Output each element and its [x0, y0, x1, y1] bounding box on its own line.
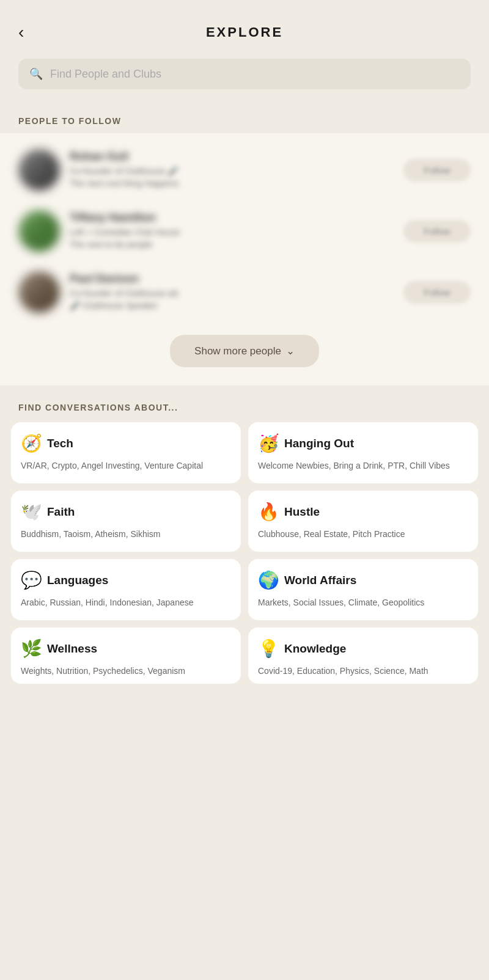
topic-header: 🧭 Tech — [21, 433, 231, 453]
person-row: Rohan Gull Co-founder of Clubhouse 🎤 The… — [0, 139, 489, 200]
topic-emoji: 🔥 — [258, 502, 279, 522]
topic-desc: Buddhism, Taoism, Atheism, Sikhism — [21, 528, 231, 541]
topic-desc: Covid-19, Education, Physics, Science, M… — [258, 665, 468, 678]
person-info: Paul Davison Co-founder of Clubhouse wit… — [70, 272, 394, 312]
topic-desc: VR/AR, Crypto, Angel Investing, Venture … — [21, 459, 231, 472]
person-sub: Left + Comedian Club House The next to b… — [70, 227, 394, 250]
topic-card-wellness[interactable]: 🌿 Wellness Weights, Nutrition, Psychedel… — [11, 627, 241, 684]
follow-button[interactable]: Follow — [403, 281, 471, 304]
topic-emoji: 🥳 — [258, 433, 279, 453]
topic-header: 🔥 Hustle — [258, 502, 468, 522]
avatar — [18, 271, 60, 313]
search-bar[interactable]: 🔍 Find People and Clubs — [18, 59, 471, 89]
topic-emoji: 🌍 — [258, 570, 279, 590]
show-more-button[interactable]: Show more people ⌄ — [170, 335, 319, 367]
topic-desc: Clubhouse, Real Estate, Pitch Practice — [258, 528, 468, 541]
people-section-label: PEOPLE TO FOLLOW — [0, 101, 489, 133]
back-button[interactable]: ‹ — [18, 23, 24, 42]
person-name: Paul Davison — [70, 272, 394, 285]
topic-name: Tech — [47, 437, 73, 450]
search-input[interactable]: Find People and Clubs — [50, 68, 161, 81]
person-info: Rohan Gull Co-founder of Clubhouse 🎤 The… — [70, 150, 394, 189]
people-section: Rohan Gull Co-founder of Clubhouse 🎤 The… — [0, 133, 489, 386]
conversations-label: FIND CONVERSATIONS ABOUT... — [0, 386, 489, 422]
show-more-label: Show more people — [194, 345, 281, 357]
topic-card-hanging-out[interactable]: 🥳 Hanging Out Welcome Newbies, Bring a D… — [248, 422, 478, 483]
show-more-container: Show more people ⌄ — [0, 323, 489, 386]
topic-card-faith[interactable]: 🕊️ Faith Buddhism, Taoism, Atheism, Sikh… — [11, 491, 241, 552]
topic-name: Wellness — [47, 642, 97, 656]
topic-desc: Markets, Social Issues, Climate, Geopoli… — [258, 596, 468, 609]
topic-card-languages[interactable]: 💬 Languages Arabic, Russian, Hindi, Indo… — [11, 559, 241, 620]
topic-header: 🕊️ Faith — [21, 502, 231, 522]
topic-name: Hustle — [284, 505, 320, 519]
topic-emoji: 🕊️ — [21, 502, 42, 522]
person-name: Tiffany Hamilton — [70, 211, 394, 224]
search-container: 🔍 Find People and Clubs — [0, 53, 489, 101]
avatar — [18, 149, 60, 191]
topic-card-world-affairs[interactable]: 🌍 World Affairs Markets, Social Issues, … — [248, 559, 478, 620]
person-sub: Co-founder of Clubhouse 🎤 The next cool … — [70, 166, 394, 189]
search-icon: 🔍 — [29, 67, 43, 81]
topic-header: 🥳 Hanging Out — [258, 433, 468, 453]
topic-emoji: 💡 — [258, 638, 279, 659]
follow-button[interactable]: Follow — [403, 220, 471, 243]
person-row: Paul Davison Co-founder of Clubhouse wit… — [0, 261, 489, 323]
topic-desc: Welcome Newbies, Bring a Drink, PTR, Chi… — [258, 459, 468, 472]
topic-name: Faith — [47, 505, 75, 519]
conversations-section: FIND CONVERSATIONS ABOUT... 🧭 Tech VR/AR… — [0, 386, 489, 702]
topic-card-hustle[interactable]: 🔥 Hustle Clubhouse, Real Estate, Pitch P… — [248, 491, 478, 552]
topic-header: 💡 Knowledge — [258, 638, 468, 659]
topic-name: Knowledge — [284, 642, 346, 656]
topic-grid: 🧭 Tech VR/AR, Crypto, Angel Investing, V… — [0, 422, 489, 684]
topic-card-knowledge[interactable]: 💡 Knowledge Covid-19, Education, Physics… — [248, 627, 478, 684]
person-sub: Co-founder of Clubhouse wit 🎤 Clubhouse … — [70, 288, 394, 312]
header: ‹ EXPLORE — [0, 0, 489, 53]
topic-header: 🌍 World Affairs — [258, 570, 468, 590]
person-name: Rohan Gull — [70, 150, 394, 163]
page-title: EXPLORE — [206, 24, 283, 40]
avatar — [18, 210, 60, 252]
topic-name: Hanging Out — [284, 437, 354, 450]
chevron-down-icon: ⌄ — [286, 345, 295, 357]
topic-header: 🌿 Wellness — [21, 638, 231, 659]
topic-desc: Weights, Nutrition, Psychedelics, Vegani… — [21, 665, 231, 678]
topic-card-tech[interactable]: 🧭 Tech VR/AR, Crypto, Angel Investing, V… — [11, 422, 241, 483]
topic-name: World Affairs — [284, 574, 356, 587]
follow-button[interactable]: Follow — [403, 159, 471, 181]
topic-emoji: 💬 — [21, 570, 42, 590]
topic-header: 💬 Languages — [21, 570, 231, 590]
topic-emoji: 🌿 — [21, 638, 42, 659]
topic-desc: Arabic, Russian, Hindi, Indonesian, Japa… — [21, 596, 231, 609]
topic-name: Languages — [47, 574, 108, 587]
topic-emoji: 🧭 — [21, 433, 42, 453]
person-row: Tiffany Hamilton Left + Comedian Club Ho… — [0, 200, 489, 261]
person-info: Tiffany Hamilton Left + Comedian Club Ho… — [70, 211, 394, 250]
